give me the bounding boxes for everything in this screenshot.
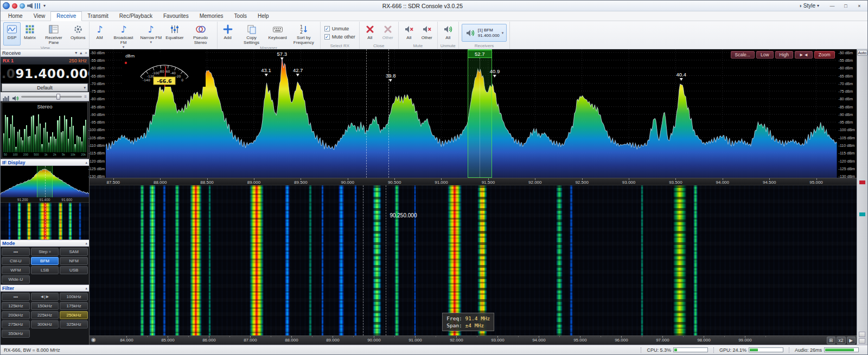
mute-toggle-icon[interactable]: [12, 94, 19, 100]
filter-button-300khz[interactable]: 300kHz: [31, 320, 59, 328]
tab-tools[interactable]: Tools: [229, 12, 252, 21]
marker-teal[interactable]: [859, 212, 865, 216]
ribbon-button-close-other[interactable]: Other: [379, 22, 397, 43]
style-icon[interactable]: ◑: [799, 3, 802, 9]
ribbon-button-view-dsp[interactable]: DSP: [3, 22, 21, 46]
volume-slider[interactable]: [21, 94, 82, 100]
receiver-button[interactable]: [1] BFM91.400.000▾: [462, 24, 507, 42]
spectrum-toggle-icon[interactable]: [3, 94, 10, 100]
tab-home[interactable]: Home: [3, 12, 28, 21]
waterfall-zoom-level[interactable]: x2: [837, 337, 846, 344]
spectrum-cursor[interactable]: [388, 49, 389, 178]
panel-close-icon[interactable]: ×: [85, 50, 87, 55]
auto-button[interactable]: Auto: [857, 50, 867, 56]
levels-icon[interactable]: [35, 3, 40, 9]
spectrum-plot[interactable]: -140-120-100-80-60-40-200dBm-66.6 Scale.…: [106, 49, 837, 178]
tab-transmit[interactable]: Transmit: [82, 12, 114, 21]
ribbon-button-mode-equaliser[interactable]: Equaliser: [164, 22, 185, 49]
tab-view[interactable]: View: [28, 12, 51, 21]
tab-help[interactable]: Help: [252, 12, 275, 21]
frequency-display[interactable]: 0.091.400.000: [1, 64, 89, 83]
minimize-button[interactable]: —: [826, 2, 838, 10]
tab-receive[interactable]: Receive: [50, 11, 82, 21]
world-icon[interactable]: [20, 3, 25, 9]
filter-button-250khz[interactable]: 250kHz: [60, 311, 88, 319]
style-caret-icon[interactable]: ▾: [817, 3, 819, 8]
speaker-quick-icon[interactable]: [27, 3, 33, 9]
mode-button-sam[interactable]: SAM: [60, 248, 88, 256]
tuned-selection[interactable]: 52.7: [468, 49, 492, 178]
filter-button-275khz[interactable]: 275kHz: [2, 320, 30, 328]
if-display-header[interactable]: IF Display ▴: [1, 159, 89, 166]
mode-button-usb[interactable]: USB: [60, 266, 88, 274]
volume-thumb[interactable]: [56, 94, 60, 100]
ribbon-button-mute-other[interactable]: Other: [418, 22, 436, 43]
ribbon-button-manager-copy-settings[interactable]: Copy Settings: [237, 22, 266, 46]
spectrum-cursor[interactable]: [366, 49, 367, 178]
spectrum-toolbar-button-low[interactable]: Low: [756, 51, 774, 59]
ribbon-button-manager-keyboard[interactable]: Keyboard: [267, 22, 289, 46]
mode-header[interactable]: Mode ▴: [1, 240, 89, 247]
zoom-button[interactable]: Zoom: [814, 51, 835, 59]
ribbon-button-manager-sort-by-frequency[interactable]: 12Sort by Frequency: [289, 22, 318, 46]
checkbox-mark-icon[interactable]: ✓: [324, 26, 330, 31]
waterfall-home-icon[interactable]: ◉: [91, 337, 96, 343]
panel-pin-icon[interactable]: ▴: [80, 50, 82, 55]
panel-menu-icon[interactable]: ▾: [75, 50, 77, 55]
ribbon-button-view-options[interactable]: Options: [69, 22, 87, 46]
filter-collapse-icon[interactable]: ▴: [85, 286, 87, 291]
mode-button-x[interactable]: •••: [2, 248, 30, 256]
ribbon-button-close-all[interactable]: All: [361, 22, 379, 43]
mode-collapse-icon[interactable]: ▴: [85, 241, 87, 246]
checkbox-mark-icon[interactable]: ✓: [324, 34, 330, 40]
maximize-button[interactable]: □: [840, 2, 852, 10]
filter-button-150khz[interactable]: 150kHz: [31, 302, 59, 310]
pan-markers-icon[interactable]: ►◄: [795, 51, 813, 59]
marker-red[interactable]: [859, 180, 865, 184]
ribbon-button-mute-all[interactable]: All: [400, 22, 418, 43]
waterfall-cursor[interactable]: [386, 185, 386, 335]
waterfall-frequency-axis[interactable]: ◉ 84.00085.00086.00087.00088.00089.00090…: [90, 335, 857, 345]
waterfall-cursor[interactable]: [363, 185, 363, 335]
filter-button-x[interactable]: •••: [2, 293, 30, 301]
mode-button-wide-u[interactable]: Wide-U: [2, 275, 30, 283]
ribbon-button-view-matrix[interactable]: Matrix: [21, 22, 39, 46]
ribbon-button-unmute-all[interactable]: All: [439, 22, 457, 43]
filter-button-125khz[interactable]: 125kHz: [2, 302, 30, 310]
waterfall-grid-icon[interactable]: ⊞: [827, 337, 835, 344]
filter-button-225khz[interactable]: 225kHz: [31, 311, 59, 319]
strip-zoom-in-button[interactable]: [859, 332, 865, 337]
ribbon-button-mode-am[interactable]: ♪AM: [91, 22, 108, 49]
style-button[interactable]: Style: [803, 3, 815, 9]
checkbox-unmute[interactable]: ✓Unmute: [324, 26, 355, 31]
quickbar-menu-icon[interactable]: ▾: [42, 3, 47, 8]
if-spectrum[interactable]: [1, 166, 89, 197]
mode-button-bfm[interactable]: BFM: [31, 257, 59, 265]
mode-button-wfm[interactable]: WFM: [2, 266, 30, 274]
filter-button-100khz[interactable]: 100kHz: [60, 293, 88, 301]
record-icon[interactable]: [12, 3, 17, 9]
if-waterfall[interactable]: [1, 203, 89, 240]
ribbon-button-view-receiver-pane[interactable]: Receiver Pane: [39, 22, 68, 46]
if-collapse-icon[interactable]: ▴: [85, 160, 87, 165]
mode-button-nfm[interactable]: NFM: [60, 257, 88, 265]
mode-button-step[interactable]: Step≡: [31, 248, 59, 256]
filter-button-200khz[interactable]: 200kHz: [2, 311, 30, 319]
mode-button-lsb[interactable]: LSB: [31, 266, 59, 274]
ribbon-button-mode-narrow-fm[interactable]: ♪Narrow FM▾: [139, 22, 164, 49]
filter-button-325khz[interactable]: 325kHz: [60, 320, 88, 328]
waterfall-display[interactable]: 90.250.000Freq: 91.4 MHzSpan: ±4 MHz: [90, 185, 857, 335]
spectrum-toolbar-button-high[interactable]: High: [775, 51, 793, 59]
tab-rec-playback[interactable]: Rec/Playback: [114, 12, 158, 21]
mode-button-cw-u[interactable]: CW-U: [2, 257, 30, 265]
spectrum-frequency-axis[interactable]: 87.50088.00088.50089.00089.50090.00090.5…: [90, 178, 857, 185]
ribbon-button-mode-broadcast-fm[interactable]: ♪Broadcast FM▾: [109, 22, 138, 49]
tab-memories[interactable]: Memories: [194, 12, 229, 21]
spectrum-toolbar-button-scale[interactable]: Scale...: [731, 51, 755, 59]
filter-button-350khz[interactable]: 350kHz: [2, 330, 30, 338]
ribbon-button-manager-add[interactable]: Add: [219, 22, 237, 46]
waterfall-play-icon[interactable]: ▶: [847, 337, 856, 344]
filter-header[interactable]: Filter ▴: [1, 285, 89, 292]
filter-button-175khz[interactable]: 175kHz: [60, 302, 88, 310]
preset-dropdown[interactable]: Default ▾: [2, 83, 88, 92]
